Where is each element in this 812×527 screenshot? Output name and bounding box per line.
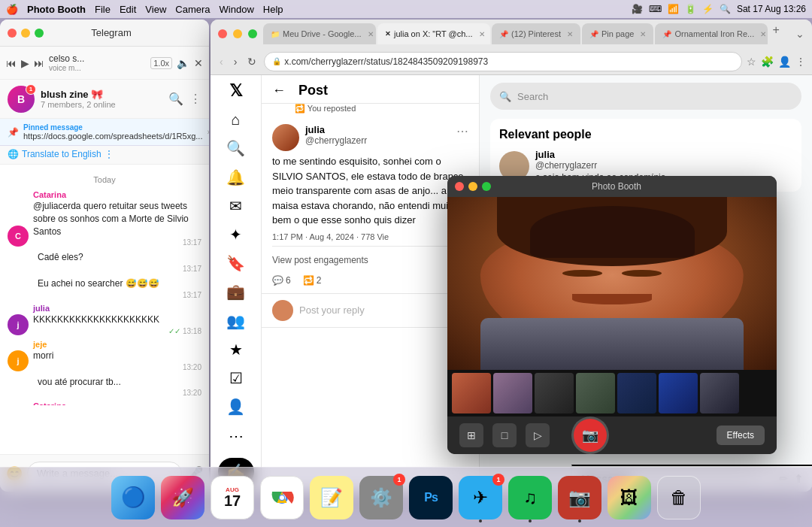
grid-view-button[interactable]: ⊞ bbox=[459, 423, 483, 447]
tab-close-icon[interactable]: ✕ bbox=[640, 30, 646, 38]
close-player-icon[interactable]: ✕ bbox=[194, 57, 203, 69]
sidebar-item-profile[interactable]: 👤 bbox=[217, 394, 256, 419]
back-button[interactable]: ‹ bbox=[217, 54, 226, 69]
more-options-icon[interactable]: ⋮ bbox=[189, 92, 201, 106]
thumbnail-4[interactable] bbox=[576, 373, 615, 413]
chat-info: blush zine 🎀 7 members, 2 online bbox=[41, 89, 162, 109]
menu-camera[interactable]: Camera bbox=[175, 4, 210, 15]
reload-button[interactable]: ↻ bbox=[244, 54, 259, 69]
url-bar[interactable]: 🔒 x.com/cherryglazerr/status/18248435092… bbox=[264, 52, 742, 71]
sidebar-item-explore[interactable]: 🔍 bbox=[217, 135, 256, 161]
search-icon[interactable]: 🔍 bbox=[720, 4, 731, 14]
close-button[interactable] bbox=[218, 29, 227, 38]
tab-pinterest-1[interactable]: 📌 (12) Pinterest ✕ bbox=[492, 23, 580, 44]
dock-item-notes[interactable]: 📝 bbox=[310, 476, 353, 519]
settings-icon[interactable]: ⋮ bbox=[795, 56, 806, 68]
menu-file[interactable]: File bbox=[95, 4, 111, 15]
close-button[interactable] bbox=[8, 29, 17, 38]
dock-item-chrome[interactable] bbox=[260, 476, 304, 519]
sidebar-item-notifications[interactable]: 🔔 bbox=[217, 164, 256, 189]
list-item: Eu achei no searcher 😅😅😅 13:17 bbox=[3, 276, 206, 301]
prev-button[interactable]: ⏮ bbox=[6, 57, 17, 69]
extensions-icon[interactable]: 🧩 bbox=[761, 56, 774, 68]
sidebar-item-grok[interactable]: ✦ bbox=[217, 222, 256, 247]
sidebar-item-communities[interactable]: 👥 bbox=[217, 308, 256, 334]
menu-view[interactable]: View bbox=[145, 4, 166, 15]
shutter-button[interactable]: 📷 bbox=[574, 419, 607, 452]
list-item: Cadê eles? 13:17 bbox=[3, 250, 206, 274]
volume-icon[interactable]: 🔈 bbox=[177, 57, 189, 69]
close-button[interactable] bbox=[455, 182, 464, 191]
post-author-info: julia @cherryglazerr bbox=[305, 124, 450, 146]
twitter-search-bar[interactable]: 🔍 Search bbox=[490, 83, 801, 110]
dock-item-photoshop[interactable]: Ps bbox=[409, 476, 453, 519]
video-button[interactable]: ▷ bbox=[526, 423, 550, 447]
maximize-button[interactable] bbox=[248, 29, 257, 38]
sidebar-item-more[interactable]: ⋯ bbox=[217, 423, 256, 448]
tab-close-icon[interactable]: ✕ bbox=[567, 30, 573, 38]
dock-item-trash[interactable]: 🗑 bbox=[657, 476, 701, 519]
tab-close-icon[interactable]: ✕ bbox=[368, 30, 374, 38]
pinned-content: Pinned message https://docs.google.com/s… bbox=[23, 123, 202, 141]
thumbnail-2[interactable] bbox=[493, 373, 532, 413]
search-chat-icon[interactable]: 🔍 bbox=[168, 92, 183, 106]
dock-item-system-settings[interactable]: ⚙️ 1 bbox=[359, 476, 403, 519]
menu-window[interactable]: Window bbox=[220, 4, 254, 15]
menu-help[interactable]: Help bbox=[263, 4, 283, 15]
dock-item-photos[interactable]: 🖼 bbox=[607, 476, 651, 519]
tab-twitter[interactable]: ✕ julia on X: "RT @ch... ✕ bbox=[377, 23, 490, 44]
tab-pinterest-2[interactable]: 📌 Pin page ✕ bbox=[582, 23, 653, 44]
thumbnail-3[interactable] bbox=[535, 373, 574, 413]
effects-button[interactable]: Effects bbox=[717, 426, 765, 445]
thumbnail-5[interactable] bbox=[617, 373, 656, 413]
tab-close-icon[interactable]: ✕ bbox=[760, 30, 766, 38]
dock-item-finder[interactable]: 🔵 bbox=[111, 476, 155, 519]
telegram-badge: 1 bbox=[492, 474, 504, 486]
wifi-icon: 📶 bbox=[668, 4, 679, 14]
player-speed[interactable]: 1.0x bbox=[150, 57, 172, 69]
dock-item-telegram[interactable]: ✈ 1 bbox=[459, 476, 502, 519]
menubar-right: 🎥 ⌨ 📶 🔋 ⚡ 🔍 Sat 17 Aug 13:26 bbox=[632, 4, 806, 14]
telegram-messages[interactable]: Today C Catarina @juliacerda quero retui… bbox=[0, 165, 209, 405]
profile-icon[interactable]: 👤 bbox=[778, 56, 791, 68]
back-icon[interactable]: ← bbox=[272, 83, 286, 98]
next-button[interactable]: ⏭ bbox=[34, 57, 44, 69]
thumbnail-1[interactable] bbox=[452, 373, 491, 413]
sidebar-item-home[interactable]: ⌂ bbox=[217, 107, 256, 132]
thumbnail-6[interactable] bbox=[659, 373, 698, 413]
photobooth-titlebar: Photo Booth bbox=[447, 176, 777, 197]
post-more-icon[interactable]: ⋯ bbox=[456, 124, 468, 138]
single-photo-button[interactable]: □ bbox=[492, 423, 517, 447]
sidebar-item-premium[interactable]: ★ bbox=[217, 337, 256, 362]
group-avatar: B 1 bbox=[8, 86, 35, 113]
view-engagements[interactable]: View post engagements bbox=[272, 246, 468, 272]
chat-sub: 7 members, 2 online bbox=[41, 100, 162, 109]
new-tab-button[interactable]: + bbox=[769, 23, 782, 44]
retweet-action[interactable]: 🔁 2 bbox=[303, 275, 322, 286]
sidebar-item-jobs[interactable]: 💼 bbox=[217, 279, 256, 304]
minimize-button[interactable] bbox=[233, 29, 242, 38]
tab-ornamental[interactable]: 📌 Ornamental Iron Re... ✕ bbox=[655, 23, 768, 44]
translate-button[interactable]: 🌐 Translate to English ⋮ bbox=[8, 149, 201, 159]
dock-item-photobooth[interactable]: 📷 bbox=[558, 476, 601, 519]
dock-item-spotify[interactable]: ♫ bbox=[508, 476, 552, 519]
thumbnail-7[interactable] bbox=[700, 373, 739, 413]
dock-item-launchpad[interactable]: 🚀 bbox=[161, 476, 205, 519]
comment-action[interactable]: 💬 6 bbox=[272, 275, 291, 286]
pinned-message[interactable]: 📌 Pinned message https://docs.google.com… bbox=[0, 119, 209, 146]
dock-item-calendar[interactable]: AUG 17 bbox=[211, 476, 254, 519]
sidebar-item-bookmarks[interactable]: 🔖 bbox=[217, 250, 256, 276]
menu-edit[interactable]: Edit bbox=[120, 4, 136, 15]
app-name[interactable]: Photo Booth bbox=[27, 4, 86, 15]
tab-close-icon[interactable]: ✕ bbox=[479, 30, 485, 38]
tab-google-drive[interactable]: 📁 Meu Drive - Google... ✕ bbox=[263, 23, 376, 44]
tabs-overflow-icon[interactable]: ⌄ bbox=[795, 28, 804, 40]
apple-menu[interactable]: 🍎 bbox=[6, 4, 18, 15]
sidebar-item-messages[interactable]: ✉ bbox=[217, 193, 256, 219]
person-handle: @cherryglazerr bbox=[535, 160, 792, 171]
play-button[interactable]: ▶ bbox=[21, 57, 29, 69]
reply-input[interactable]: Post your reply bbox=[299, 304, 468, 316]
sidebar-item-verified-orgs[interactable]: ☑ bbox=[217, 365, 256, 391]
bookmark-icon[interactable]: ☆ bbox=[747, 56, 756, 68]
forward-button[interactable]: › bbox=[231, 54, 241, 69]
